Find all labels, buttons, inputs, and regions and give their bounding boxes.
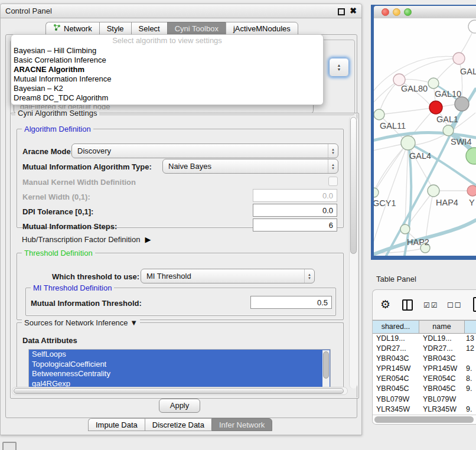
attribute-item-topologicalcoefficient[interactable]: TopologicalCoefficient <box>29 360 330 370</box>
minimize-traffic-light-icon[interactable] <box>393 8 400 16</box>
columns-icon[interactable] <box>402 299 413 311</box>
tab-select[interactable]: Select <box>131 22 167 35</box>
algorithm-combo-stepper[interactable]: ▲▼ <box>329 58 349 77</box>
table-cell: YBL079W <box>419 394 465 405</box>
table-horizontal-scrollbar[interactable] <box>373 415 476 424</box>
tab-jactivemnodules[interactable]: jActiveMNodules <box>226 22 298 35</box>
tab-label: Impute Data <box>96 420 138 429</box>
mi-steps-field[interactable]: 6 <box>253 219 337 231</box>
mi-threshold-label: Mutual Information Threshold: <box>31 299 142 308</box>
collapsed-panel-button[interactable] <box>2 442 17 450</box>
apply-button[interactable]: Apply <box>159 399 200 413</box>
network-edge[interactable] <box>405 143 408 224</box>
deselect-all-checkboxes-icon[interactable]: ☐☐ <box>447 301 462 309</box>
tab-label: jActiveMNodules <box>233 24 291 33</box>
table-cell: YBR043C <box>419 354 465 364</box>
network-edge[interactable] <box>374 149 403 193</box>
tab-impute-data[interactable]: Impute Data <box>88 418 145 431</box>
select-all-checkboxes-icon[interactable]: ☑☑ <box>423 301 439 309</box>
tab-infer-network[interactable]: Infer Network <box>211 418 272 431</box>
network-node-gal1[interactable] <box>429 101 442 114</box>
column-header-name[interactable]: name <box>419 321 465 333</box>
mi-steps-label: Mutual Information Steps: <box>22 222 117 231</box>
table-row[interactable]: YLR345WYLR345W9. <box>373 405 476 415</box>
kernel-width-field[interactable]: 0.0 <box>253 189 337 202</box>
aracne-mode-value: Discovery <box>72 146 328 155</box>
data-attributes-list[interactable]: SelfLoopsTopologicalCoefficientBetweenne… <box>28 349 331 388</box>
network-node[interactable] <box>468 20 476 33</box>
algorithm-option-dream8-dc-tdc-algorithm[interactable]: Dream8 DC_TDC Algorithm <box>11 93 323 103</box>
table-row[interactable]: YPR145WYPR145W9. <box>373 364 476 374</box>
network-edge[interactable] <box>384 107 436 114</box>
attribute-item-selfloops[interactable]: SelfLoops <box>29 350 330 360</box>
manual-kernel-checkbox[interactable] <box>328 177 338 186</box>
column-header-2[interactable] <box>465 321 476 333</box>
close-icon[interactable]: ✖ <box>350 6 357 15</box>
float-window-icon[interactable] <box>338 8 345 15</box>
gear-icon[interactable]: ⚙ <box>380 298 390 311</box>
network-node-gal11[interactable] <box>374 109 384 120</box>
settings-vertical-scrollbar[interactable] <box>349 116 357 389</box>
algorithm-option-mutual-information-inference[interactable]: Mutual Information Inference <box>11 74 323 84</box>
table-cell: 8. <box>465 374 476 384</box>
stepper-icon: ▲▼ <box>304 269 314 283</box>
table-row[interactable]: YER054CYER054C8. <box>373 374 476 384</box>
which-threshold-combo[interactable]: MI Threshold ▲▼ <box>141 269 315 283</box>
table-row[interactable]: YBR045CYBR045C9. <box>373 384 476 394</box>
table-toolbar: ⚙ ☑☑ ☐☐ <box>373 290 476 320</box>
network-node[interactable] <box>455 97 469 111</box>
table-cell: YPR145W <box>419 364 465 374</box>
algorithm-option-basic-correlation-inference[interactable]: Basic Correlation Inference <box>11 56 323 65</box>
table-row[interactable]: YDR27...YDR27...12 <box>373 344 476 354</box>
node-label-hap2: HAP2 <box>407 237 429 247</box>
column-header-shared-[interactable]: shared... <box>373 321 419 333</box>
network-node[interactable] <box>466 148 476 164</box>
network-node-gal4[interactable] <box>401 136 415 150</box>
scrollbar-thumb[interactable] <box>350 117 357 254</box>
network-edge[interactable] <box>399 58 459 80</box>
sources-group-title[interactable]: Sources for Network Inference ▼ <box>22 318 140 327</box>
algorithm-option-bayesian-k2[interactable]: Bayesian – K2 <box>11 84 323 93</box>
tab-discretize-data[interactable]: Discretize Data <box>145 418 211 431</box>
close-traffic-light-icon[interactable] <box>382 8 389 16</box>
tab-label: Style <box>107 24 124 33</box>
table-cell: 12 <box>465 344 476 354</box>
mi-type-combo[interactable]: Naive Bayes ▲▼ <box>162 159 338 174</box>
tab-cyni-toolbox[interactable]: Cyni Toolbox <box>167 22 226 35</box>
stepper-icon: ▲▼ <box>328 144 338 158</box>
sources-group: Sources for Network Inference ▼ Data Att… <box>17 322 344 388</box>
aracne-mode-combo[interactable]: Discovery ▲▼ <box>71 144 338 158</box>
zoom-traffic-light-icon[interactable] <box>404 8 412 16</box>
scrollbar-thumb[interactable] <box>374 416 474 423</box>
algorithm-option-bayesian-hill-climbing[interactable]: Bayesian – Hill Climbing <box>11 46 323 56</box>
table-row[interactable]: YBL079WYBL079W <box>373 394 476 405</box>
table-row[interactable]: YDL19...YDL19...13 <box>373 334 476 344</box>
network-node-swi4[interactable] <box>443 125 454 136</box>
list-vertical-scrollbar[interactable] <box>322 350 330 387</box>
settings-horizontal-scrollbar[interactable] <box>12 387 348 395</box>
mi-threshold-field[interactable]: 0.5 <box>250 296 332 309</box>
network-node-gal[interactable] <box>453 53 465 64</box>
node-label-gal4: GAL4 <box>409 151 431 161</box>
network-graph: GALGAL80GAL10GAL1GAL11SWI4GAL4GCY1HAP4YH… <box>374 18 476 256</box>
hub-definition-toggle[interactable]: Hub/Transcription Factor Definition▶ <box>22 235 151 244</box>
attribute-item-betweennesscentrality[interactable]: BetweennessCentrality <box>29 369 330 379</box>
network-node-y[interactable] <box>467 185 476 196</box>
network-edge[interactable] <box>461 30 474 53</box>
network-node-hap2[interactable] <box>400 224 410 234</box>
tab-style[interactable]: Style <box>99 22 131 35</box>
scrollbar-thumb[interactable] <box>14 388 344 394</box>
network-canvas[interactable]: GALGAL80GAL10GAL1GAL11SWI4GAL4GCY1HAP4YH… <box>374 18 476 256</box>
table-row[interactable]: YBR043CYBR043C <box>373 354 476 364</box>
new-table-icon[interactable] <box>473 297 476 312</box>
network-node-gal10[interactable] <box>428 78 439 89</box>
dpi-tolerance-field[interactable]: 0.0 <box>253 204 337 217</box>
tab-network[interactable]: Network <box>45 22 99 35</box>
network-node-gcy1[interactable] <box>374 188 379 197</box>
network-node-hap4[interactable] <box>428 185 439 197</box>
algorithm-definition-title: Algorithm Definition <box>22 125 93 133</box>
scrollbar-thumb[interactable] <box>323 351 329 379</box>
sources-title-text: Sources for Network Inference <box>24 318 128 327</box>
mi-type-label: Mutual Information Algorithm Type: <box>22 162 152 171</box>
algorithm-option-aracne-algorithm[interactable]: ARACNE Algorithm <box>11 65 323 74</box>
